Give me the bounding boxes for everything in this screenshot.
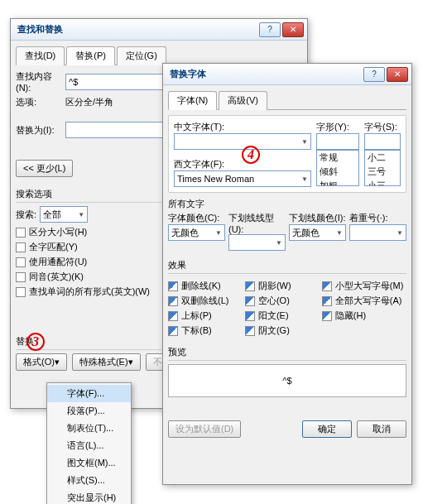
check-all-caps-label: 全部大写字母(A) [335,295,402,307]
menu-language[interactable]: 语言(L)... [47,437,131,454]
cancel-button[interactable]: 取消 [357,420,406,438]
cjk-font-label: 中文字体(T): [174,121,311,133]
replace-font-dialog: 替换字体 ? ✕ 字体(N) 高级(V) 中文字体(T): ▼ 西文字体(F):… [162,63,412,485]
set-default-button: 设为默认值(D) [168,420,241,438]
help-button[interactable]: ? [259,22,281,37]
effects-title: 效果 [168,259,406,274]
special-format-button[interactable]: 特殊格式(E)▾ [72,353,141,371]
tab-replace[interactable]: 替换(P) [66,46,115,65]
help-button[interactable]: ? [363,67,385,82]
options-value: 区分全/半角 [65,96,113,108]
list-item[interactable]: 倾斜 [317,165,358,179]
check-superscript-label: 上标(P) [181,310,212,322]
ok-button[interactable]: 确定 [302,420,352,438]
check-emboss[interactable]: 阳文(E) [245,310,322,322]
check-homonym-label: 同音(英文)(K) [29,271,84,283]
preview-box: ^$ [168,364,406,397]
search-dir-combo[interactable]: 全部 ▼ [40,206,88,223]
check-strike-label: 删除线(K) [181,280,221,292]
check-outline-label: 空心(O) [258,295,290,307]
menu-paragraph[interactable]: 段落(P)... [47,402,131,420]
menu-tabs[interactable]: 制表位(T)... [47,420,131,437]
latin-font-value: Times New Roman [177,174,254,184]
check-small-caps[interactable]: 小型大写字母(M) [322,280,406,292]
font-style-input[interactable] [316,133,359,150]
chevron-down-icon: ▼ [301,175,308,183]
check-all-caps[interactable]: 全部大写字母(A) [322,295,406,307]
chevron-down-icon: ▼ [78,211,84,218]
menu-font[interactable]: 字体(F)... [47,385,131,402]
preview-title: 预览 [168,346,406,361]
find-replace-titlebar[interactable]: 查找和替换 ? ✕ [11,19,307,41]
latin-font-combo[interactable]: Times New Roman▼ [174,170,311,187]
underline-color-label: 下划线颜色(I): [289,212,346,224]
tab-goto[interactable]: 定位(G) [117,46,166,65]
menu-style[interactable]: 样式(S)... [47,472,131,489]
underline-color-combo[interactable]: 无颜色▼ [289,224,346,241]
check-superscript[interactable]: 上标(P) [168,310,245,322]
list-item[interactable]: 小三 [365,179,400,186]
underline-type-label: 下划线线型(U): [228,212,286,234]
chevron-down-icon: ▼ [215,229,222,237]
tab-find[interactable]: 查找(D) [16,46,65,65]
check-double-strike-label: 双删除线(L) [181,295,228,307]
check-whole-word-label: 全字匹配(Y) [29,241,78,253]
all-text-title: 所有文字 [168,198,406,210]
check-hidden-label: 隐藏(H) [335,310,366,322]
search-dir-value: 全部 [43,209,61,221]
underline-color-value: 无颜色 [292,227,320,239]
chevron-down-icon: ▼ [336,229,343,237]
underline-type-combo[interactable]: ▼ [228,234,286,251]
chevron-down-icon: ▼ [276,239,282,247]
font-size-list[interactable]: 小二 三号 小三 [364,150,401,186]
check-double-strike[interactable]: 双删除线(L) [168,295,245,307]
check-engrave[interactable]: 阴文(G) [245,324,322,337]
find-content-value: ^$ [69,77,78,87]
find-replace-title: 查找和替换 [17,23,257,36]
replace-font-title: 替换字体 [170,68,362,80]
font-size-input[interactable] [364,133,401,150]
font-color-combo[interactable]: 无颜色▼ [168,224,225,241]
preview-text: ^$ [282,376,291,386]
check-match-case-label: 区分大小写(H) [29,226,87,238]
format-menu: 字体(F)... 段落(P)... 制表位(T)... 语言(L)... 图文框… [46,382,132,504]
font-group: 中文字体(T): ▼ 西文字体(F): Times New Roman▼ 字形(… [168,115,406,193]
check-subscript-label: 下标(B) [181,324,212,337]
check-hidden[interactable]: 隐藏(H) [322,310,406,322]
replace-font-titlebar[interactable]: 替换字体 ? ✕ [163,64,411,85]
options-label: 选项: [16,96,65,108]
check-emboss-label: 阳文(E) [258,310,289,322]
tab-font[interactable]: 字体(N) [168,91,217,110]
list-item[interactable]: 三号 [365,165,400,179]
list-item[interactable]: 加粗 [317,179,358,186]
emphasis-combo[interactable]: ▼ [349,224,406,241]
font-color-value: 无颜色 [171,227,199,239]
check-strike[interactable]: 删除线(K) [168,280,245,292]
list-item[interactable]: 小二 [365,151,400,165]
tab-advanced[interactable]: 高级(V) [219,91,267,110]
chevron-down-icon: ▼ [397,229,403,237]
check-shadow-label: 阴影(W) [258,280,291,292]
close-button[interactable]: ✕ [282,22,304,37]
check-outline[interactable]: 空心(O) [245,295,322,307]
list-item[interactable]: 常规 [317,151,358,165]
close-button[interactable]: ✕ [387,67,408,82]
cjk-font-combo[interactable]: ▼ [174,133,311,150]
emphasis-label: 着重号(·): [349,212,406,224]
less-button[interactable]: << 更少(L) [16,160,73,177]
check-small-caps-label: 小型大写字母(M) [335,280,404,292]
font-size-label: 字号(S): [364,121,401,133]
font-style-list[interactable]: 常规 倾斜 加粗 [316,150,359,186]
check-all-word-forms-label: 查找单词的所有形式(英文)(W) [29,286,150,298]
font-color-label: 字体颜色(C): [168,212,225,224]
chevron-down-icon: ▼ [301,138,308,146]
find-content-label: 查找内容(N): [16,70,65,93]
font-style-label: 字形(Y): [316,121,359,133]
check-shadow[interactable]: 阴影(W) [245,280,322,292]
menu-frame[interactable]: 图文框(M)... [47,454,131,472]
check-wildcards-label: 使用通配符(U) [29,256,87,268]
menu-highlight[interactable]: 突出显示(H) [47,489,131,504]
check-subscript[interactable]: 下标(B) [168,324,245,337]
format-button[interactable]: 格式(O)▾ [16,353,67,371]
latin-font-label: 西文字体(F): [174,158,311,170]
